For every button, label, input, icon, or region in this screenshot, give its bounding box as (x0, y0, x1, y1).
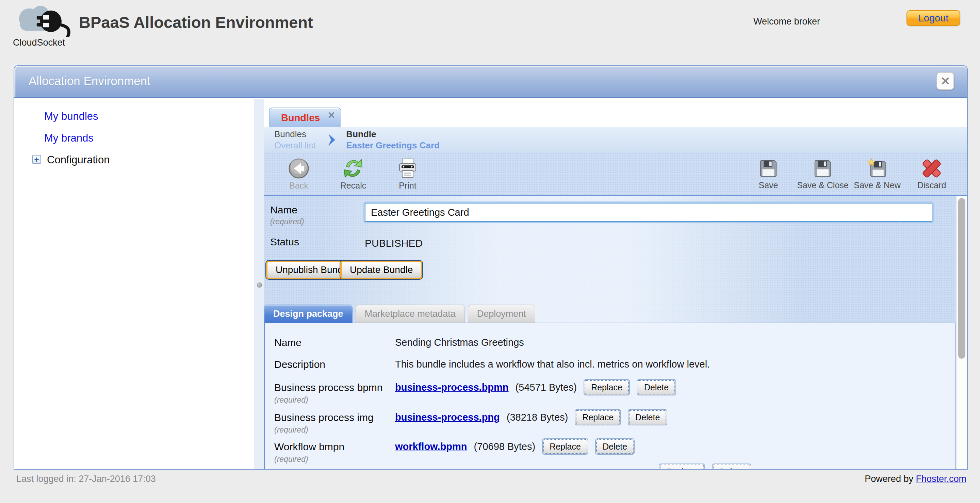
content-area: Bundles ✕ Bundles Overall list Bundle Ea… (264, 99, 967, 469)
status-value: PUBLISHED (365, 237, 423, 249)
toolbar: Back Recalc (264, 153, 967, 196)
powered-by-text: Powered by (865, 474, 913, 484)
toolbar-right-group: Save Save & Close (748, 158, 952, 190)
detail-label: Business process img (274, 412, 388, 423)
name-input[interactable] (365, 203, 932, 222)
back-arrow-icon (288, 158, 310, 179)
breadcrumb-bundle-current: Bundle Easter Greetings Card (346, 129, 440, 151)
floppy-disk-icon (758, 158, 779, 179)
discard-x-icon (921, 158, 942, 179)
toolbar-label: Save & Close (797, 180, 848, 190)
allocation-environment-window: Allocation Environment ✕ My bundles My b… (14, 65, 968, 470)
delete-button[interactable]: Delete (712, 463, 751, 469)
toolbar-label: Save (759, 180, 778, 190)
cloudsocket-logo: CloudSocket (13, 4, 81, 38)
file-link[interactable]: workflow.bpmn (395, 441, 467, 452)
fhoster-link[interactable]: Fhoster.com (916, 474, 966, 484)
printer-icon (397, 158, 418, 179)
powered-by: Powered by Fhoster.com (865, 474, 966, 484)
replace-button[interactable]: Replace (659, 463, 705, 469)
discard-button[interactable]: Discard (911, 158, 952, 190)
document-tabstrip: Bundles ✕ (264, 99, 967, 127)
delete-button[interactable]: Delete (637, 379, 676, 395)
tab-deployment[interactable]: Deployment (468, 305, 535, 323)
chevron-right-icon (327, 132, 337, 147)
tab-bundles-label: Bundles (281, 112, 320, 124)
breadcrumb-title: Bundles (274, 129, 315, 140)
file-link[interactable]: business-process.bpmn (395, 382, 509, 393)
bundle-subtabs: Design package Marketplace metadata Depl… (264, 305, 535, 323)
replace-button[interactable]: Replace (584, 379, 630, 395)
detail-label: Name (274, 337, 388, 349)
save-button[interactable]: Save (748, 158, 789, 190)
back-button[interactable]: Back (278, 158, 319, 191)
name-required-hint: (required) (270, 217, 304, 226)
status-field-label: Status (270, 236, 299, 248)
save-and-close-button[interactable]: Save & Close (802, 158, 843, 190)
toolbar-label: Save & New (854, 180, 901, 190)
toolbar-left-group: Back Recalc (278, 158, 428, 191)
sidebar-item-my-brands[interactable]: My brands (44, 132, 255, 144)
last-login-text: Last logged in: 27-Jan-2016 17:03 (16, 474, 156, 484)
replace-button[interactable]: Replace (542, 438, 588, 455)
detail-value: Sending Christmas Greetings (395, 337, 524, 348)
delete-button[interactable]: Delete (595, 438, 635, 455)
expand-plus-icon[interactable]: + (32, 155, 41, 164)
panel-splitter[interactable] (255, 99, 264, 469)
bundle-form: Name (required) Status PUBLISHED Unpubli… (264, 196, 956, 469)
sidebar-item-label: Configuration (47, 154, 110, 166)
required-hint: (required) (274, 425, 388, 435)
scrollbar-thumb[interactable] (958, 198, 966, 359)
breadcrumb-bundles[interactable]: Bundles Overall list (274, 129, 315, 151)
detail-label: Description (274, 359, 388, 370)
window-title: Allocation Environment (29, 74, 150, 88)
name-field-label: Name (270, 204, 298, 216)
delete-button[interactable]: Delete (628, 409, 667, 425)
sidebar: My bundles My brands + Configuration (14, 99, 255, 469)
vertical-scrollbar[interactable] (956, 196, 967, 469)
breadcrumb: Bundles Overall list Bundle Easter Greet… (264, 127, 967, 153)
file-link[interactable]: business-process.png (395, 412, 500, 423)
tab-close-icon[interactable]: ✕ (327, 110, 335, 121)
toolbar-label: Print (399, 181, 416, 191)
app-title: BPaaS Allocation Environment (79, 13, 313, 32)
replace-button[interactable]: Replace (575, 409, 621, 425)
recalc-button[interactable]: Recalc (333, 158, 374, 191)
required-hint: (required) (274, 455, 388, 464)
file-size: (54571 Bytes) (515, 382, 577, 393)
cloud-plug-icon (13, 4, 78, 37)
detail-label: Business process bpmn (274, 382, 388, 393)
tab-design-package[interactable]: Design package (264, 305, 353, 323)
print-button[interactable]: Print (387, 158, 428, 191)
toolbar-label: Discard (917, 180, 946, 190)
design-package-panel: Name Sending Christmas Greetings Descrip… (264, 323, 956, 469)
detail-value: This bundle includes a workflow that als… (395, 359, 710, 370)
logo-text: CloudSocket (13, 37, 65, 48)
detail-label: Workflow bmpn (274, 441, 388, 453)
file-size: (70698 Bytes) (474, 441, 536, 452)
required-hint: (required) (274, 395, 388, 405)
refresh-icon (342, 158, 364, 179)
breadcrumb-title: Bundle (346, 129, 440, 140)
top-header: CloudSocket BPaaS Allocation Environment… (0, 0, 980, 65)
toolbar-label: Back (289, 181, 308, 191)
window-titlebar: Allocation Environment ✕ (14, 66, 967, 98)
form-scroll-area: Name (required) Status PUBLISHED Unpubli… (264, 196, 967, 469)
splitter-handle-icon[interactable] (257, 282, 262, 288)
welcome-text: Welcome broker (753, 16, 820, 27)
logout-button[interactable]: Logout (907, 10, 960, 26)
floppy-disk-icon (812, 158, 833, 179)
floppy-disk-star-icon (867, 158, 888, 179)
tab-bundles[interactable]: Bundles ✕ (269, 108, 341, 127)
sidebar-item-configuration[interactable]: + Configuration (47, 154, 255, 166)
window-close-icon[interactable]: ✕ (937, 72, 954, 90)
sidebar-item-my-bundles[interactable]: My bundles (44, 110, 255, 123)
toolbar-label: Recalc (340, 181, 366, 191)
save-and-new-button[interactable]: Save & New (857, 158, 898, 190)
tab-marketplace-metadata[interactable]: Marketplace metadata (356, 305, 465, 323)
breadcrumb-subtitle: Easter Greetings Card (346, 140, 440, 151)
update-bundle-button[interactable]: Update Bundle (340, 261, 422, 279)
breadcrumb-subtitle[interactable]: Overall list (274, 140, 315, 151)
file-size: (38218 Bytes) (507, 412, 568, 423)
